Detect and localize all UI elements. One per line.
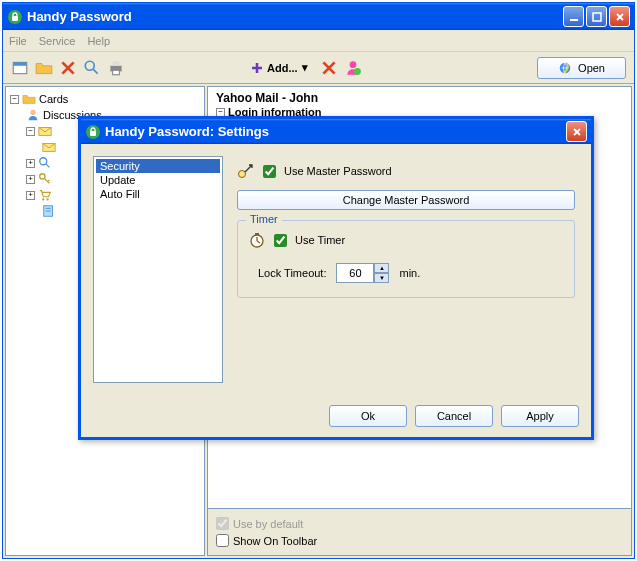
dialog-titlebar[interactable]: Handy Password: Settings [81, 119, 591, 144]
dropdown-arrow-icon: ▾ [302, 61, 308, 74]
card-title: Yahoo Mail - John [216, 91, 623, 105]
svg-rect-3 [593, 13, 601, 21]
collapse-icon[interactable]: − [26, 127, 35, 136]
search-icon[interactable] [83, 59, 101, 77]
mail-icon [38, 124, 52, 138]
svg-rect-1 [12, 16, 18, 21]
open-label: Open [578, 62, 605, 74]
svg-point-18 [42, 198, 44, 200]
show-toolbar-label: Show On Toolbar [233, 535, 317, 547]
cancel-button[interactable]: Cancel [415, 405, 493, 427]
open-button[interactable]: Open [537, 57, 626, 79]
timeout-input[interactable] [336, 263, 374, 283]
change-master-button[interactable]: Change Master Password [237, 190, 575, 210]
ok-button[interactable]: Ok [329, 405, 407, 427]
folder-icon [22, 92, 36, 106]
maximize-button[interactable] [586, 6, 607, 27]
use-default-checkbox [216, 517, 229, 530]
timer-fieldset: Timer Use Timer Lock Timeout: [237, 220, 575, 298]
timer-legend: Timer [246, 213, 282, 225]
mail-icon [42, 140, 56, 154]
category-autofill[interactable]: Auto Fill [96, 187, 220, 201]
apply-button[interactable]: Apply [501, 405, 579, 427]
expand-icon[interactable]: + [26, 175, 35, 184]
search-icon [38, 156, 52, 170]
spin-down-button[interactable]: ▼ [374, 273, 389, 283]
dialog-close-button[interactable] [566, 121, 587, 142]
window-title: Handy Password [27, 9, 563, 24]
show-toolbar-row[interactable]: Show On Toolbar [216, 532, 623, 549]
delete-icon[interactable] [59, 59, 77, 77]
ie-icon [558, 61, 572, 75]
menu-help[interactable]: Help [87, 35, 110, 47]
menubar: File Service Help [3, 30, 634, 52]
use-timer-checkbox[interactable] [274, 234, 287, 247]
tree-root[interactable]: − Cards [10, 91, 200, 107]
key-icon [38, 172, 52, 186]
cart-icon [38, 188, 52, 202]
key-icon [237, 162, 255, 180]
timer-icon [248, 231, 266, 249]
svg-rect-8 [113, 61, 120, 66]
show-toolbar-checkbox[interactable] [216, 534, 229, 547]
app-icon [85, 124, 101, 140]
svg-rect-25 [255, 233, 259, 235]
new-card-icon[interactable] [11, 59, 29, 77]
svg-point-23 [239, 171, 246, 178]
dialog-title: Handy Password: Settings [105, 124, 566, 139]
app-icon [7, 9, 23, 25]
menu-file[interactable]: File [9, 35, 27, 47]
category-list: Security Update Auto Fill [93, 156, 223, 383]
category-update[interactable]: Update [96, 173, 220, 187]
svg-point-11 [354, 68, 361, 75]
spin-up-button[interactable]: ▲ [374, 263, 389, 273]
tree-root-label: Cards [39, 93, 68, 105]
use-master-label: Use Master Password [284, 165, 392, 177]
use-master-checkbox[interactable] [263, 165, 276, 178]
note-icon [42, 204, 56, 218]
menu-service[interactable]: Service [39, 35, 76, 47]
svg-point-16 [40, 158, 47, 165]
main-titlebar[interactable]: Handy Password [3, 3, 634, 30]
settings-pane: Use Master Password Change Master Passwo… [233, 156, 579, 383]
expand-icon[interactable]: + [26, 191, 35, 200]
svg-point-6 [85, 61, 94, 70]
collapse-icon[interactable]: − [10, 95, 19, 104]
person-icon [26, 108, 40, 122]
category-security[interactable]: Security [96, 159, 220, 173]
svg-rect-22 [90, 131, 96, 136]
add-button[interactable]: Add... ▾ [245, 59, 314, 76]
open-folder-icon[interactable] [35, 59, 53, 77]
svg-rect-5 [13, 62, 27, 65]
print-icon[interactable] [107, 59, 125, 77]
change-master-label: Change Master Password [343, 194, 470, 206]
svg-point-10 [349, 61, 356, 68]
use-timer-label: Use Timer [295, 234, 345, 246]
user-icon[interactable] [344, 59, 362, 77]
svg-point-19 [46, 198, 48, 200]
close-button[interactable] [609, 6, 630, 27]
minimize-button[interactable] [563, 6, 584, 27]
svg-rect-9 [113, 70, 120, 75]
use-default-row: Use by default [216, 515, 623, 532]
svg-point-13 [30, 110, 35, 115]
plus-icon [251, 62, 263, 74]
lock-timeout-label: Lock Timeout: [258, 267, 326, 279]
add-label: Add... [267, 62, 298, 74]
timeout-spinner[interactable]: ▲ ▼ [336, 263, 389, 283]
timeout-unit: min. [399, 267, 420, 279]
expand-icon[interactable]: + [26, 159, 35, 168]
toolbar: Add... ▾ Open [3, 52, 634, 84]
settings-dialog: Handy Password: Settings Security Update… [78, 116, 594, 440]
svg-rect-2 [570, 19, 578, 21]
bottom-panel: Use by default Show On Toolbar [207, 509, 632, 556]
delete-icon-2[interactable] [320, 59, 338, 77]
use-default-label: Use by default [233, 518, 303, 530]
